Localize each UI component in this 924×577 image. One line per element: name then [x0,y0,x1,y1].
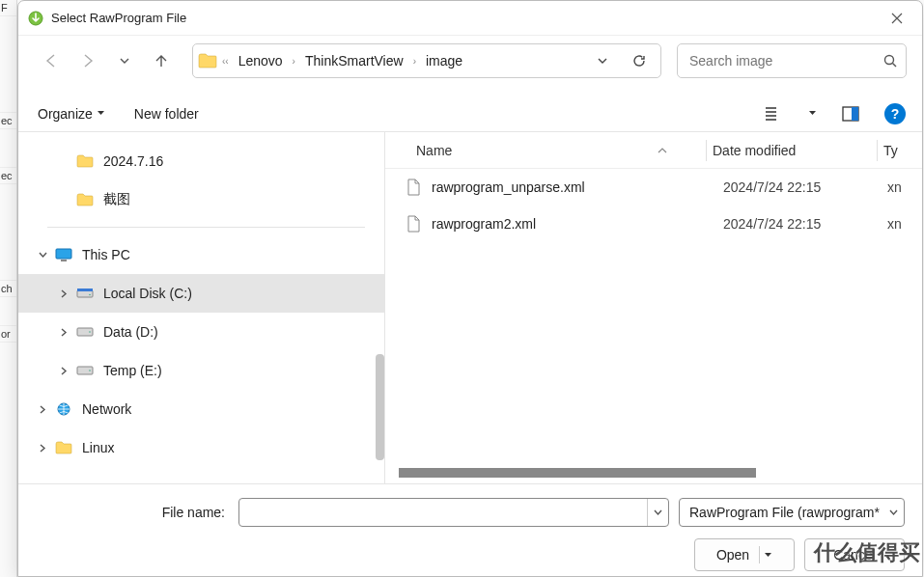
titlebar: Select RawProgram File [18,1,922,36]
tree-drive-e[interactable]: Temp (E:) [18,351,384,390]
navigation-row: ‹‹ Lenovo › ThinkSmartView › image [18,36,922,96]
view-options-dropdown[interactable] [804,100,820,127]
file-icon [405,178,422,197]
toolbar: Organize New folder ? [18,96,922,132]
dialog-body: 2024.7.16 截图 This PC Local Disk (C:) [18,132,922,483]
dialog-title: Select RawProgram File [51,11,876,25]
organize-menu[interactable]: Organize [32,102,111,125]
file-list-pane: Name Date modified Ty rawprogram_unparse… [385,132,922,483]
forward-button[interactable] [72,45,103,76]
cancel-label: Cancel [833,547,876,563]
svg-point-8 [89,294,91,296]
navigation-tree[interactable]: 2024.7.16 截图 This PC Local Disk (C:) [18,132,385,483]
tree-scrollbar[interactable] [376,354,384,460]
network-icon [55,400,72,418]
filename-input[interactable] [239,505,647,520]
chevron-right-icon[interactable] [55,289,72,298]
filename-label: File name: [36,505,229,520]
preview-pane-button[interactable] [837,100,864,127]
folder-icon [197,50,218,71]
svg-point-10 [89,331,91,333]
file-date: 2024/7/24 22:15 [723,179,887,195]
breadcrumb-thinksmartview[interactable]: ThinkSmartView [299,49,409,72]
app-icon [28,11,43,26]
column-date-header[interactable]: Date modified [713,143,877,158]
drive-icon [76,362,94,379]
view-options-button[interactable] [760,100,787,127]
tree-folder-2024-7-16[interactable]: 2024.7.16 [18,142,384,180]
tree-label: Data (D:) [103,324,158,340]
chevron-right-icon: ‹‹ [220,56,231,67]
svg-rect-7 [77,288,93,291]
pc-icon [55,246,72,263]
refresh-button[interactable] [624,45,655,76]
help-button[interactable]: ? [882,100,909,127]
cancel-button[interactable]: Cancel [804,538,905,571]
svg-rect-3 [852,107,858,121]
tree-label: Network [82,401,131,417]
drive-icon [76,323,94,341]
new-folder-button[interactable]: New folder [128,102,205,125]
address-bar[interactable]: ‹‹ Lenovo › ThinkSmartView › image [192,43,661,78]
svg-rect-6 [77,290,93,297]
tree-label: 截图 [103,191,130,208]
breadcrumb-image[interactable]: image [420,49,468,72]
file-open-dialog: Select RawProgram File ‹‹ Lenovo › Think… [17,0,923,577]
chevron-right-icon[interactable] [55,367,72,375]
address-dropdown-button[interactable] [587,45,618,76]
file-name: rawprogram2.xml [432,216,723,232]
search-icon[interactable] [882,53,898,69]
file-name: rawprogram_unparse.xml [432,179,723,195]
column-divider [706,140,707,161]
tree-label: Temp (E:) [103,363,162,378]
folder-icon [76,191,94,208]
search-input[interactable] [689,53,882,69]
chevron-right-icon[interactable] [34,444,51,453]
tree-folder-screenshots[interactable]: 截图 [18,180,384,219]
file-row[interactable]: rawprogram_unparse.xml 2024/7/24 22:15 x… [385,169,922,206]
column-name-header[interactable]: Name [416,143,706,158]
tree-network[interactable]: Network [18,390,384,428]
back-button[interactable] [36,45,67,76]
chevron-down-icon [889,508,898,517]
chevron-right-icon: › [411,56,418,67]
tree-divider [47,227,365,228]
organize-label: Organize [38,106,93,122]
column-type-header[interactable]: Ty [883,143,922,158]
file-type-filter[interactable]: RawProgram File (rawprogram* [679,498,905,527]
split-dropdown-icon[interactable] [764,551,772,560]
obscured-background-panel: Fecec chor [0,0,17,577]
help-icon: ? [884,103,906,124]
tree-drive-c[interactable]: Local Disk (C:) [18,274,384,313]
chevron-right-icon[interactable] [55,328,72,337]
open-button[interactable]: Open [694,538,795,571]
file-date: 2024/7/24 22:15 [723,216,887,232]
file-type: xn [887,216,902,232]
up-button[interactable] [146,45,177,76]
tree-linux[interactable]: Linux [18,428,384,467]
recent-locations-button[interactable] [109,45,140,76]
close-button[interactable] [876,2,918,35]
folder-icon [55,439,72,456]
tree-drive-d[interactable]: Data (D:) [18,313,384,351]
filename-dropdown-button[interactable] [647,499,668,526]
search-box[interactable] [677,43,907,78]
tree-label: Linux [82,440,114,455]
chevron-right-icon[interactable] [34,405,51,414]
chevron-down-icon[interactable] [34,251,51,260]
column-divider [877,140,878,161]
svg-rect-5 [61,260,67,261]
svg-rect-4 [56,249,71,259]
chevron-right-icon: › [291,56,297,67]
breadcrumb-lenovo[interactable]: Lenovo [233,49,289,72]
file-row[interactable]: rawprogram2.xml 2024/7/24 22:15 xn [385,206,922,242]
sort-asc-icon [658,148,667,153]
filename-combobox[interactable] [238,498,669,527]
dialog-footer: File name: RawProgram File (rawprogram* … [18,483,922,576]
folder-icon [76,152,94,170]
horizontal-scrollbar[interactable] [399,468,756,478]
tree-this-pc[interactable]: This PC [18,235,384,274]
file-type: xn [887,179,902,195]
tree-label: Local Disk (C:) [103,286,192,301]
svg-point-1 [885,56,894,65]
